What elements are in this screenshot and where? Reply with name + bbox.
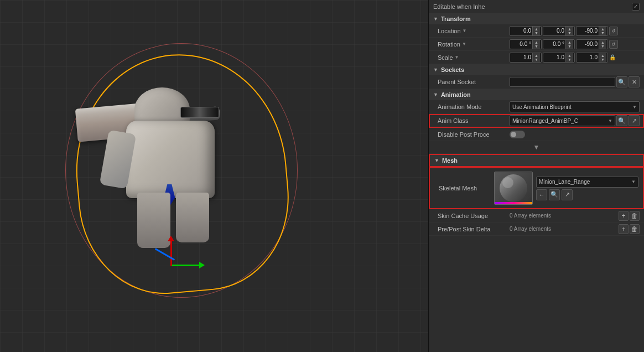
rotation-x-value: 0.0 °: [511, 41, 532, 47]
animation-mode-dropdown-value: Use Animation Blueprint: [512, 104, 572, 110]
mesh-section-header[interactable]: ▼ Mesh: [429, 154, 644, 167]
rotation-y-spinner[interactable]: ▲▼: [565, 40, 573, 49]
disable-post-process-value: [510, 131, 640, 138]
mesh-thumbnail-preview: [500, 174, 527, 202]
location-y-value: 0.0: [544, 28, 565, 34]
editable-inherited-label: Editable when Inhe: [433, 3, 632, 10]
robot-visor: [180, 107, 219, 118]
pre-post-skin-buttons: + 🗑: [619, 224, 640, 234]
pre-post-skin-add-button[interactable]: +: [619, 224, 629, 234]
mesh-thumbnail-bar: [495, 202, 532, 204]
mesh-section-label: Mesh: [442, 157, 458, 164]
expand-chevron[interactable]: ▼: [533, 143, 540, 151]
location-dropdown-arrow[interactable]: ▼: [463, 28, 467, 33]
scale-x-value: 1.0: [511, 54, 532, 60]
parent-socket-clear-button[interactable]: ✕: [629, 76, 640, 87]
scale-label: Scale ▼: [438, 54, 510, 61]
anim-class-navigate-button[interactable]: ↗: [629, 115, 640, 126]
skin-cache-row: Skin Cache Usage 0 Array elements + 🗑: [429, 209, 644, 222]
skin-cache-add-button[interactable]: +: [619, 211, 629, 221]
animation-mode-label: Animation Mode: [438, 103, 510, 110]
skin-cache-delete-button[interactable]: 🗑: [630, 211, 640, 221]
location-reset-button[interactable]: ↺: [609, 27, 618, 35]
rotation-z-value: -90.0: [578, 41, 599, 47]
right-panel: Editable when Inhe ✓ ▼ Transform Locatio…: [428, 0, 644, 352]
rotation-value: 0.0 ° ▲▼ 0.0 ° ▲▼ -90.0 ▲▼ ↺: [510, 39, 640, 49]
rotation-y-value: 0.0 °: [544, 41, 565, 47]
robot-leg-right: [176, 193, 209, 242]
mesh-name-field[interactable]: Minion_Lane_Range ▼: [536, 177, 638, 188]
parent-socket-search-button[interactable]: 🔍: [616, 76, 627, 87]
anim-class-search-button[interactable]: 🔍: [616, 115, 627, 126]
pre-post-skin-label: Pre/Post Skin Delta: [438, 226, 510, 232]
location-y-field[interactable]: 0.0 ▲▼: [543, 26, 575, 36]
location-x-field[interactable]: 0.0 ▲▼: [510, 26, 542, 36]
location-y-spinner[interactable]: ▲▼: [565, 27, 573, 35]
mesh-action-row: ← 🔍 ↗: [536, 189, 638, 200]
scale-x-spinner[interactable]: ▲▼: [532, 53, 540, 62]
animation-mode-value: Use Animation Blueprint ▼: [510, 101, 640, 112]
rotation-reset-button[interactable]: ↺: [609, 40, 618, 49]
anim-class-dropdown[interactable]: MinionRanged_AnimBP_C ▼: [510, 115, 615, 126]
rotation-z-field[interactable]: -90.0 ▲▼: [576, 39, 608, 49]
anim-class-dropdown-arrow: ▼: [608, 118, 612, 123]
scale-y-field[interactable]: 1.0 ▲▼: [543, 53, 575, 63]
pre-post-skin-delete-button[interactable]: 🗑: [630, 224, 640, 234]
viewport[interactable]: [0, 0, 428, 352]
anim-class-dropdown-value: MinionRanged_AnimBP_C: [512, 118, 578, 124]
animation-collapse-arrow: ▼: [433, 92, 438, 97]
mesh-thumbnail: [494, 172, 533, 205]
rotation-dropdown-arrow[interactable]: ▼: [462, 42, 466, 46]
parent-socket-value: 🔍 ✕: [510, 76, 640, 87]
location-z-field[interactable]: -90.0 ▲▼: [576, 26, 608, 36]
parent-socket-input[interactable]: [510, 77, 615, 87]
editable-inherited-checkbox[interactable]: ✓: [632, 3, 640, 11]
anim-class-row: Anim Class MinionRanged_AnimBP_C ▼ 🔍 ↗: [429, 114, 644, 128]
disable-post-process-row: Disable Post Proce: [429, 128, 644, 141]
animation-mode-row: Animation Mode Use Animation Blueprint ▼: [429, 100, 644, 114]
pre-post-skin-row: Pre/Post Skin Delta 0 Array elements + 🗑: [429, 222, 644, 236]
scale-dropdown-arrow[interactable]: ▼: [455, 55, 459, 60]
mesh-collapse-arrow: ▼: [434, 158, 439, 163]
robot-leg-left: [137, 193, 170, 248]
location-z-spinner[interactable]: ▲▼: [599, 27, 606, 35]
scale-x-field[interactable]: 1.0 ▲▼: [510, 53, 542, 63]
scale-lock-icon[interactable]: 🔒: [609, 54, 616, 60]
editable-inherited-row: Editable when Inhe ✓: [429, 0, 644, 13]
mesh-name-dropdown-arrow: ▼: [631, 179, 636, 184]
rotation-row: Rotation ▼ 0.0 ° ▲▼ 0.0 ° ▲▼ -90.0 ▲▼ ↺: [429, 38, 644, 51]
sockets-section-header[interactable]: ▼ Sockets: [429, 64, 644, 75]
rotation-label: Rotation ▼: [438, 41, 510, 48]
animation-mode-dropdown[interactable]: Use Animation Blueprint ▼: [510, 101, 640, 112]
character-area: [60, 43, 325, 309]
transform-section-label: Transform: [441, 15, 471, 22]
disable-post-process-toggle[interactable]: [510, 131, 525, 138]
parent-socket-row: Parent Socket 🔍 ✕: [429, 75, 644, 89]
rotation-x-spinner[interactable]: ▲▼: [532, 40, 540, 49]
scale-row: Scale ▼ 1.0 ▲▼ 1.0 ▲▼ 1.0 ▲▼ 🔒: [429, 51, 644, 64]
location-value: 0.0 ▲▼ 0.0 ▲▼ -90.0 ▲▼ ↺: [510, 26, 640, 36]
scale-z-value: 1.0: [578, 54, 599, 60]
skeletal-mesh-label: Skeletal Mesh: [439, 185, 494, 191]
rotation-x-field[interactable]: 0.0 ° ▲▼: [510, 39, 542, 49]
sockets-section-label: Sockets: [441, 66, 464, 73]
animation-section-label: Animation: [441, 91, 471, 98]
mesh-search-button[interactable]: 🔍: [549, 189, 560, 200]
mesh-back-button[interactable]: ←: [536, 189, 547, 200]
rotation-z-spinner[interactable]: ▲▼: [599, 40, 606, 49]
location-row: Location ▼ 0.0 ▲▼ 0.0 ▲▼ -90.0 ▲▼ ↺: [429, 24, 644, 38]
location-x-spinner[interactable]: ▲▼: [532, 27, 540, 35]
disable-post-process-label: Disable Post Proce: [438, 131, 510, 138]
skin-cache-label: Skin Cache Usage: [438, 213, 510, 219]
sockets-collapse-arrow: ▼: [433, 67, 438, 73]
animation-section-header[interactable]: ▼ Animation: [429, 89, 644, 100]
scale-z-field[interactable]: 1.0 ▲▼: [576, 53, 608, 63]
mesh-navigate-button[interactable]: ↗: [562, 189, 573, 200]
animation-mode-dropdown-arrow: ▼: [632, 105, 637, 110]
scale-y-spinner[interactable]: ▲▼: [565, 53, 573, 62]
rotation-y-field[interactable]: 0.0 ° ▲▼: [543, 39, 575, 49]
scale-z-spinner[interactable]: ▲▼: [599, 53, 606, 62]
skin-cache-value: 0 Array elements: [510, 213, 619, 219]
skeletal-mesh-row: Skeletal Mesh Minion_Lane_Range ▼ ← 🔍 ↗: [429, 167, 644, 209]
transform-section-header[interactable]: ▼ Transform: [429, 13, 644, 24]
